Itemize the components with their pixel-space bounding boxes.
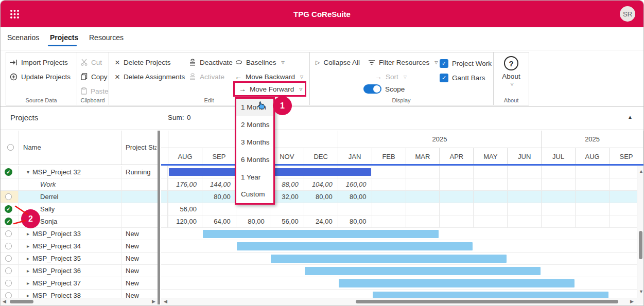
collapse-all-button[interactable]: ▷ Collapse All bbox=[316, 56, 360, 68]
group-label-about: About bbox=[493, 97, 529, 103]
month-header: JAN bbox=[338, 148, 372, 165]
scroll-down-icon[interactable]: ▼ bbox=[639, 289, 643, 295]
grid-row-msp-project-36[interactable]: ▸MSP_Project 36New bbox=[1, 265, 158, 277]
gantt-horizontal-scrollbar[interactable]: ◀ ▶ bbox=[161, 298, 637, 305]
year-row: 202420252025 bbox=[161, 131, 644, 148]
baselines-button[interactable]: Baselines ▽ bbox=[235, 56, 285, 68]
menu-item-2-months[interactable]: 2 Months bbox=[236, 116, 273, 134]
gantt-row: 120,0064,0080,0056,0024,0080,00 bbox=[161, 215, 637, 228]
activate-button: Activate bbox=[189, 70, 224, 83]
caret-expanded-icon[interactable]: ▾ bbox=[27, 169, 29, 175]
delete-projects-button[interactable]: × Delete Projects bbox=[115, 56, 170, 68]
grid-row-msp-project-35[interactable]: ▸MSP_Project 35New bbox=[1, 253, 158, 265]
checkbox-checked-icon[interactable]: ✓ bbox=[440, 74, 448, 82]
tab-projects[interactable]: Projects bbox=[50, 33, 78, 42]
select-all-radio[interactable] bbox=[7, 144, 14, 151]
menu-item-1-month[interactable]: 1 Month bbox=[236, 99, 273, 116]
row-name-cell[interactable]: ▸MSP_Project 33 bbox=[19, 228, 121, 240]
row-select-radio[interactable] bbox=[5, 280, 12, 286]
row-icon-cell bbox=[1, 178, 19, 190]
row-select-radio[interactable] bbox=[5, 292, 12, 298]
activate-icon bbox=[189, 73, 196, 80]
caret-collapsed-icon[interactable]: ▸ bbox=[27, 293, 29, 298]
caret-collapsed-icon[interactable]: ▸ bbox=[27, 231, 29, 237]
work-value: 80,00 bbox=[237, 218, 265, 225]
gantt-bar[interactable] bbox=[339, 279, 575, 287]
caret-collapsed-icon[interactable]: ▸ bbox=[27, 256, 29, 261]
copy-button[interactable]: Copy bbox=[81, 70, 108, 83]
gantt-bar[interactable] bbox=[271, 255, 507, 263]
scroll-up-icon[interactable]: ▲ bbox=[639, 168, 643, 175]
menu-item-custom[interactable]: Custom bbox=[236, 186, 273, 203]
row-name-cell[interactable]: ▸MSP_Project 37 bbox=[19, 277, 121, 289]
filter-resources-button[interactable]: Filter Resources ▽ bbox=[368, 56, 438, 68]
vertical-scrollbar[interactable]: ▲ ▼ bbox=[637, 166, 644, 298]
row-name-cell[interactable]: ▸MSP_Project 38 bbox=[19, 290, 121, 298]
scroll-right-icon[interactable]: ▶ bbox=[152, 298, 155, 305]
scroll-right-icon[interactable]: ▶ bbox=[630, 298, 634, 305]
caret-collapsed-icon[interactable]: ▸ bbox=[27, 280, 29, 286]
row-name-cell[interactable]: ▸MSP_Project 34 bbox=[19, 240, 121, 252]
scrollbar-thumb[interactable] bbox=[356, 300, 618, 303]
column-header-name[interactable]: Name bbox=[23, 143, 41, 151]
scrollbar-thumb[interactable] bbox=[10, 300, 33, 303]
row-select-radio[interactable] bbox=[5, 255, 12, 262]
month-header: MAY bbox=[473, 148, 507, 165]
scroll-left-icon[interactable]: ◀ bbox=[3, 298, 6, 305]
scope-toggle[interactable]: Scope bbox=[363, 83, 405, 95]
row-status-cell bbox=[121, 178, 158, 190]
sort-button: → Sort ▽ bbox=[375, 70, 407, 83]
gantt-bar[interactable] bbox=[373, 292, 609, 298]
gantt-row: 176,00144,0088,00104,00160,00 bbox=[161, 178, 637, 191]
menu-item-3-months[interactable]: 3 Months bbox=[236, 134, 273, 151]
gantt-bars-checkbox[interactable]: ✓ Gantt Bars bbox=[440, 71, 485, 84]
avatar[interactable]: SR bbox=[620, 6, 635, 22]
row-select-radio[interactable] bbox=[5, 193, 12, 200]
about-button[interactable]: ? About ▽ bbox=[493, 55, 529, 86]
row-select-radio[interactable] bbox=[5, 230, 12, 237]
grid-row-work[interactable]: Work bbox=[1, 178, 158, 191]
sort-arrow-icon: → bbox=[375, 73, 382, 81]
panel-collapse-icon[interactable]: ▲ bbox=[628, 114, 633, 120]
pane-splitter[interactable] bbox=[158, 131, 160, 304]
toggle-on-icon[interactable] bbox=[363, 84, 381, 94]
row-select-radio[interactable] bbox=[5, 243, 12, 249]
left-horizontal-scrollbar[interactable]: ◀ ▶ bbox=[1, 298, 158, 305]
tab-resources[interactable]: Resources bbox=[89, 33, 124, 42]
menu-item-6-months[interactable]: 6 Months bbox=[236, 151, 273, 168]
row-name: MSP_Project 38 bbox=[32, 292, 81, 298]
gantt-bar[interactable] bbox=[203, 230, 439, 238]
menu-item-1-year[interactable]: 1 Year bbox=[236, 168, 273, 186]
project-work-checkbox[interactable]: ✓ Project Work bbox=[440, 57, 492, 69]
caret-collapsed-icon[interactable]: ▸ bbox=[27, 268, 29, 274]
grid-row-msp-project-37[interactable]: ▸MSP_Project 37New bbox=[1, 277, 158, 290]
column-header-status[interactable]: Project Status bbox=[126, 143, 156, 151]
row-name-cell[interactable]: ▸MSP_Project 35 bbox=[19, 253, 121, 264]
year-group: 2025 bbox=[338, 131, 542, 148]
move-forward-button[interactable]: → Move Forward ▽ bbox=[233, 81, 306, 97]
grid-row-msp-project-32[interactable]: ✓▾MSP_Project 32Running bbox=[1, 166, 158, 178]
row-name-cell[interactable]: ▾MSP_Project 32 bbox=[19, 166, 121, 178]
checkbox-checked-icon[interactable]: ✓ bbox=[440, 59, 448, 68]
import-projects-button[interactable]: Import Projects bbox=[10, 56, 68, 68]
tab-scenarios[interactable]: Scenarios bbox=[7, 33, 39, 42]
grid-row-derrel[interactable]: Derrel bbox=[1, 191, 158, 203]
row-name-cell[interactable]: Work bbox=[19, 178, 121, 190]
grid-row-msp-project-38[interactable]: ▸MSP_Project 38New bbox=[1, 290, 158, 298]
grid-row-msp-project-34[interactable]: ▸MSP_Project 34New bbox=[1, 240, 158, 253]
row-name-cell[interactable]: ▸MSP_Project 36 bbox=[19, 265, 121, 277]
deactivate-button[interactable]: Deactivate bbox=[189, 56, 233, 68]
caret-collapsed-icon[interactable]: ▸ bbox=[27, 243, 29, 249]
grid-row-msp-project-33[interactable]: ▸MSP_Project 33New bbox=[1, 228, 158, 240]
scrollbar-thumb[interactable] bbox=[639, 231, 642, 259]
gantt-bar[interactable] bbox=[305, 267, 541, 275]
update-icon bbox=[10, 73, 18, 81]
row-status-cell bbox=[121, 215, 158, 227]
update-projects-button[interactable]: Update Projects bbox=[10, 70, 71, 83]
row-name-cell[interactable]: Derrel bbox=[19, 191, 121, 203]
row-select-radio[interactable] bbox=[5, 267, 12, 274]
status-value: New bbox=[126, 279, 139, 287]
scroll-left-icon[interactable]: ◀ bbox=[164, 298, 167, 305]
gantt-bar[interactable] bbox=[237, 242, 473, 250]
delete-assignments-button[interactable]: × Delete Assignments bbox=[115, 70, 185, 83]
